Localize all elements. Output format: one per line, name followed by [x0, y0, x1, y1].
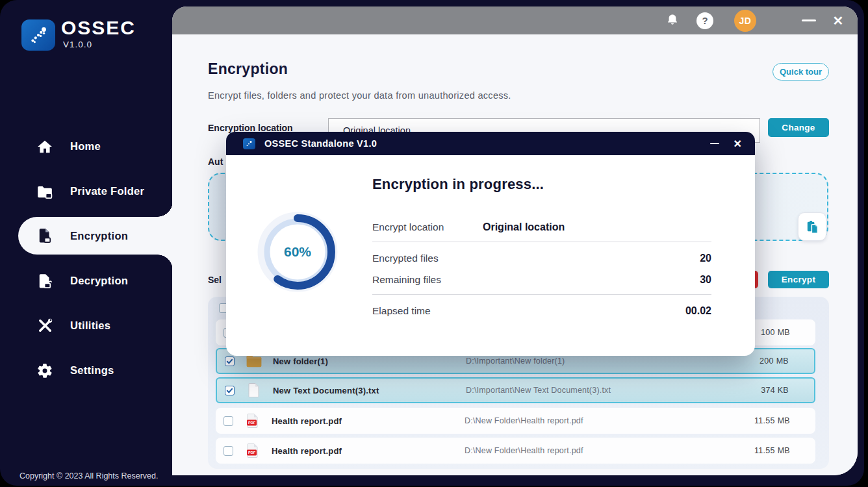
page-subtitle: Encrypt files, folders and protect your …: [208, 90, 511, 101]
change-button[interactable]: Change: [768, 118, 829, 137]
sidebar-item-label: Settings: [70, 364, 114, 377]
sidebar-item-private-folder[interactable]: Private Folder: [0, 169, 173, 214]
question-icon: ?: [696, 12, 713, 29]
dialog-minimize-icon[interactable]: [710, 143, 719, 145]
stat-label: Encrypted files: [372, 253, 439, 264]
sidebar-item-label: Encryption: [70, 230, 128, 242]
key-logo-icon: [27, 24, 50, 46]
row-checkbox[interactable]: [223, 416, 233, 426]
stat-label: Encrypt location: [372, 221, 444, 233]
paste-icon: [805, 219, 820, 234]
pdf-icon: PDF: [244, 443, 261, 458]
svg-text:PDF: PDF: [248, 451, 256, 455]
file-size: 200 MB: [760, 356, 789, 366]
home-icon: [35, 137, 55, 156]
file-name: New folder(1): [273, 356, 328, 366]
progress-ring: 60%: [255, 210, 340, 294]
stat-value: 00.02: [685, 305, 711, 317]
row-checkbox[interactable]: [225, 386, 235, 395]
paste-button[interactable]: [798, 212, 826, 241]
file-path: D:\Important\New folder(1): [466, 356, 565, 366]
stat-row: Remaining files 30: [372, 269, 711, 290]
file-name: New Text Document(3).txt: [273, 386, 379, 395]
encrypt-button[interactable]: Encrypt: [768, 271, 829, 288]
file-row[interactable]: PDF New Text Document(3).txt D:\Importan…: [216, 377, 815, 403]
sidebar-item-label: Utilities: [70, 319, 110, 332]
main-window: ? JD ✕ Encryption Encrypt files, folders…: [172, 6, 858, 475]
stat-row: Encrypted files 20: [372, 247, 711, 269]
sidebar-item-decryption[interactable]: Decryption: [0, 258, 173, 303]
dialog-logo-icon: [243, 138, 255, 149]
svg-text:PDF: PDF: [248, 421, 256, 425]
stat-value: 20: [700, 253, 711, 264]
stat-label: Elapsed time: [372, 305, 431, 317]
progress-dialog: OSSEC Standalone V1.0 ✕ Encryption in pr…: [226, 132, 755, 356]
dialog-close-icon[interactable]: ✕: [734, 138, 742, 150]
file-path: D:\New Folder\Health report.pdf: [465, 416, 583, 425]
dialog-heading: Encryption in progress...: [372, 176, 544, 193]
sidebar-item-settings[interactable]: Settings: [0, 348, 173, 393]
stat-value: 30: [700, 274, 711, 286]
content-area: Encryption Encrypt files, folders and pr…: [172, 34, 858, 475]
stat-label: Remaining files: [372, 274, 441, 286]
sidebar-item-home[interactable]: Home: [0, 124, 173, 169]
pdf-icon: PDF: [244, 413, 261, 429]
sidebar-nav: Home Private Folder: [0, 124, 173, 393]
close-button[interactable]: ✕: [829, 6, 847, 34]
notifications-button[interactable]: [663, 6, 682, 34]
app-name: OSSEC: [61, 17, 136, 39]
dialog-titlebar: OSSEC Standalone V1.0 ✕: [226, 132, 755, 155]
file-size: 11.55 MB: [754, 446, 790, 455]
minimize-button[interactable]: [800, 6, 817, 34]
app-logo: [21, 19, 55, 51]
file-row[interactable]: PDF Health report.pdf D:\New Folder\Heal…: [216, 408, 815, 434]
row-checkbox[interactable]: [223, 446, 233, 456]
close-icon: ✕: [833, 13, 844, 29]
progress-stats: Encrypt location Original location Encry…: [372, 216, 711, 321]
sidebar-item-utilities[interactable]: Utilities: [0, 303, 173, 348]
file-name: Health report.pdf: [272, 416, 342, 426]
file-name: Health report.pdf: [272, 446, 342, 456]
partial-label-top: Aut: [208, 156, 223, 167]
avatar-initials: JD: [734, 10, 756, 32]
file-path: D:\New Folder\Health report.pdf: [465, 446, 583, 455]
sidebar-item-label: Decryption: [70, 275, 128, 287]
file-unlock-icon: [35, 271, 55, 291]
folder-icon: [246, 354, 262, 368]
partial-label-bottom: Sel: [208, 275, 222, 285]
sidebar-item-encryption[interactable]: Encryption: [18, 217, 173, 255]
file-size: 11.55 MB: [754, 416, 790, 425]
file-size: 374 KB: [761, 386, 789, 395]
stat-row: Encrypt location Original location: [372, 216, 711, 238]
app-window: OSSEC V1.0.0 Home Private Folder: [0, 0, 864, 486]
page-title: Encryption: [208, 60, 288, 78]
stats-divider: [372, 294, 711, 295]
file-row[interactable]: PDF Health report.pdf D:\New Folder\Heal…: [216, 438, 815, 464]
sidebar-item-label: Home: [70, 140, 101, 153]
gear-icon: [35, 361, 55, 381]
copyright-text: Copyright © 2023 All Rights Reserved.: [19, 471, 158, 481]
sidebar-item-label: Private Folder: [70, 185, 144, 197]
file-icon: [246, 382, 262, 398]
stats-divider: [372, 242, 711, 242]
help-button[interactable]: ?: [695, 6, 715, 34]
row-checkbox[interactable]: [225, 356, 235, 366]
file-size: 100 MB: [761, 328, 790, 337]
progress-percent: 60%: [255, 210, 340, 294]
tools-icon: [35, 316, 55, 336]
app-version: V1.0.0: [63, 40, 92, 49]
quick-tour-button[interactable]: Quick tour: [772, 63, 829, 81]
user-avatar[interactable]: JD: [734, 6, 756, 34]
folder-lock-icon: [35, 182, 55, 201]
titlebar: ? JD ✕: [172, 6, 858, 34]
file-lock-icon: [35, 226, 55, 245]
file-path: D:\Important\New Text Document(3).txt: [466, 386, 611, 395]
stat-value: Original location: [483, 221, 565, 233]
dialog-title: OSSEC Standalone V1.0: [264, 138, 377, 149]
stat-row: Elapsed time 00.02: [372, 300, 711, 321]
minimize-icon: [802, 19, 816, 21]
bell-icon: [665, 13, 680, 29]
